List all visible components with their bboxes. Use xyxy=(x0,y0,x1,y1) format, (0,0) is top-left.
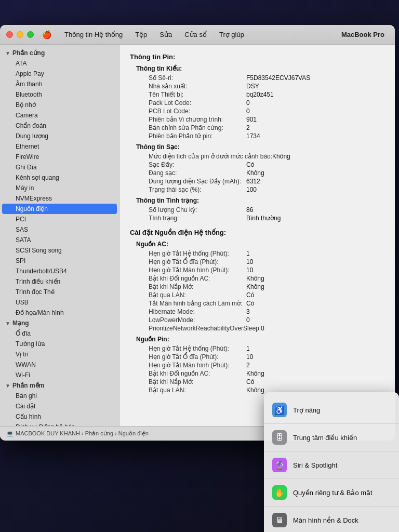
charge-info-header: Thông tin Sạc: xyxy=(130,143,384,151)
sidebar: ▼ Phần cứng ATA Apple Pay Âm thanh Bluet… xyxy=(0,45,119,426)
minimize-button[interactable] xyxy=(17,31,23,38)
firmware-value: 901 xyxy=(246,116,384,123)
hardware-section-label: Phần cứng xyxy=(12,49,45,57)
network-section-label: Mạng xyxy=(12,320,29,327)
sidebar-item-nguon-dien[interactable]: Nguồn điện xyxy=(2,204,117,214)
sidebar-item-wwan[interactable]: WWAN xyxy=(2,360,117,370)
bat-shutdown-row: Hẹn giờ Tắt Hệ thống (Phút): 1 xyxy=(130,344,384,353)
pcb-lot-row: PCB Lot Code: 0 xyxy=(130,107,384,115)
ac-disk-value: 10 xyxy=(246,258,384,265)
menu-help[interactable]: Trợ giúp xyxy=(217,30,246,39)
sidebar-item-usb[interactable]: USB xyxy=(2,297,117,308)
pcb-lot-label: PCB Lot Code: xyxy=(142,108,246,115)
siri-spotlight-label: Siri & Spotlight xyxy=(293,461,337,469)
serial-value: F5D83542ECVJ67VAS xyxy=(246,74,384,82)
ac-wake-lan-label: Bật qua LAN: xyxy=(142,291,246,299)
sidebar-item-dong-bo-hoa[interactable]: Dịch vụ Đồng bộ hóa xyxy=(2,422,117,426)
sidebar-item-thunderbolt[interactable]: Thunderbolt/USB4 xyxy=(2,266,117,276)
panel-divider xyxy=(264,423,399,424)
sidebar-item-may-in[interactable]: Máy in xyxy=(2,183,117,193)
full-charge-row: Sạc Đầy: Có xyxy=(130,161,384,169)
sidebar-item-dung-luong[interactable]: Dung lượng xyxy=(2,131,117,141)
hw-rev-row: Bản chỉnh sửa Phần cứng: 2 xyxy=(130,124,384,132)
software-section-header[interactable]: ▼ Phần mềm xyxy=(0,380,119,391)
pack-lot-value: 0 xyxy=(246,99,384,107)
ac-display-sleep-row: Tắt Màn hình bằng cách Làm mờ: Có xyxy=(130,299,384,308)
ac-lid-label: Bật khi Nắp Mở: xyxy=(142,283,246,290)
sidebar-item-scsi[interactable]: SCSI Song song xyxy=(2,245,117,256)
sidebar-item-nvmexpress[interactable]: NVMExpress xyxy=(2,193,117,204)
bat-display-row: Hẹn giờ Tắt Màn hình (Phút): 2 xyxy=(130,361,384,369)
menu-system-info[interactable]: Thông tin Hệ thống xyxy=(62,30,125,39)
cycles-value: 86 xyxy=(246,206,384,214)
sidebar-item-tuong-lua[interactable]: Tường lửa xyxy=(2,339,117,349)
pack-lot-label: Pack Lot Code: xyxy=(142,99,246,107)
menu-window[interactable]: Cửa sổ xyxy=(182,30,209,39)
hibernate-label: Hibernate Mode: xyxy=(142,308,246,315)
bat-restart-label: Bật khi Đổi nguồn AC: xyxy=(142,370,246,377)
apple-logo-icon[interactable]: 🍎 xyxy=(42,30,52,39)
status-pct-row: Trạng thái sạc (%): 100 xyxy=(130,185,384,194)
hardware-section-header[interactable]: ▼ Phần cứng xyxy=(0,48,119,58)
quyen-rieng-tu-icon: ✋ xyxy=(272,485,287,500)
hw-rev-label: Bản chỉnh sửa Phần cứng: xyxy=(142,124,246,131)
sidebar-item-sas[interactable]: SAS xyxy=(2,224,117,235)
sidebar-item-chan-doan[interactable]: Chẩn đoán xyxy=(2,121,117,131)
ac-display-sleep-value: Có xyxy=(246,300,384,307)
right-panel-item-trung-tam[interactable]: 🎛Trung tâm điều khiển xyxy=(264,425,399,450)
sidebar-item-ban-ghi[interactable]: Bản ghi xyxy=(2,391,117,401)
sidebar-item-sata[interactable]: SATA xyxy=(2,235,117,245)
cell-rev-label: Phiên bản Phần tử pin: xyxy=(142,132,246,140)
sidebar-item-ethernet[interactable]: Ethernet xyxy=(2,141,117,152)
sidebar-item-spi[interactable]: SPI xyxy=(2,256,117,266)
menu-file[interactable]: Tệp xyxy=(133,30,149,39)
sidebar-item-camera[interactable]: Camera xyxy=(2,110,117,121)
chevron-down-icon: ▼ xyxy=(5,50,10,56)
sidebar-item-trinh-dieu-khien[interactable]: Trình điều khiển xyxy=(2,276,117,287)
right-panel-item-man-hinh-nen-dock[interactable]: 🖥Màn hình nền & Dock xyxy=(264,508,399,532)
maximize-button[interactable] xyxy=(27,31,34,38)
low-battery-value: Không xyxy=(272,153,384,160)
bat-disk-label: Hẹn giờ Tắt Ổ đĩa (Phút): xyxy=(142,353,246,361)
menu-edit[interactable]: Sửa xyxy=(157,30,174,39)
main-panel: Thông tin Pin: Thông tin Kiểu: Số Sê-ri:… xyxy=(119,45,395,426)
sidebar-item-ata[interactable]: ATA xyxy=(2,58,117,69)
low-power-value: 0 xyxy=(246,316,384,324)
ac-lid-row: Bật khi Nắp Mở: Không xyxy=(130,283,384,291)
sidebar-item-bluetooth[interactable]: Bluetooth xyxy=(2,89,117,100)
sidebar-item-am-thanh[interactable]: Âm thanh xyxy=(2,79,117,89)
sidebar-item-cai-dat[interactable]: Cài đặt xyxy=(2,401,117,411)
sidebar-item-kenh-soi-quang[interactable]: Kênh sợi quang xyxy=(2,172,117,183)
condition-value: Bình thường xyxy=(246,215,384,222)
sidebar-item-trinh-doc-the[interactable]: Trình đọc Thẻ xyxy=(2,287,117,297)
manufacturer-value: DSY xyxy=(246,83,384,90)
right-panel-item-quyen-rieng-tu[interactable]: ✋Quyền riêng tư & Bảo mật xyxy=(264,480,399,505)
ac-disk-label: Hẹn giờ Tắt Ổ đĩa (Phút): xyxy=(142,258,246,265)
sidebar-item-ghi-dia[interactable]: Ghi Đĩa xyxy=(2,162,117,172)
cell-rev-row: Phiên bản Phần tử pin: 1734 xyxy=(130,132,384,140)
sidebar-item-o-dia[interactable]: Ổ đĩa xyxy=(2,328,117,339)
tro-nang-label: Trợ năng xyxy=(293,406,320,414)
sidebar-item-wifi[interactable]: Wi-Fi xyxy=(2,370,117,380)
bat-shutdown-label: Hẹn giờ Tắt Hệ thống (Phút): xyxy=(142,345,246,352)
right-panel-item-tro-nang[interactable]: ♿Trợ năng xyxy=(264,397,399,422)
firmware-row: Phiên bản Vi chương trình: 901 xyxy=(130,115,384,124)
right-panel-item-siri-spotlight[interactable]: 🔮Siri & Spotlight xyxy=(264,453,399,477)
sidebar-item-vi-tri[interactable]: Vị trí xyxy=(2,349,117,360)
sidebar-item-apple-pay[interactable]: Apple Pay xyxy=(2,69,117,79)
sidebar-item-pci[interactable]: PCI xyxy=(2,214,117,224)
ac-display-sleep-label: Tắt Màn hình bằng cách Làm mờ: xyxy=(142,300,246,307)
siri-spotlight-icon: 🔮 xyxy=(272,458,287,472)
condition-header: Thông tin Tình trạng: xyxy=(130,197,384,204)
sidebar-item-cau-hinh[interactable]: Cấu hình xyxy=(2,411,117,422)
sidebar-item-bo-nho[interactable]: Bộ nhớ xyxy=(2,100,117,110)
network-section-header[interactable]: ▼ Mạng xyxy=(0,318,119,328)
sidebar-item-firewire[interactable]: FireWire xyxy=(2,152,117,162)
cell-rev-value: 1734 xyxy=(246,132,384,140)
sidebar-item-do-hoa[interactable]: Đồ họa/Màn hình xyxy=(2,308,117,318)
bat-display-value: 2 xyxy=(246,362,384,369)
close-button[interactable] xyxy=(6,31,13,38)
charging-value: Không xyxy=(246,169,384,177)
man-hinh-nen-dock-label: Màn hình nền & Dock xyxy=(293,516,358,524)
status-pct-label: Trạng thái sạc (%): xyxy=(142,186,246,193)
